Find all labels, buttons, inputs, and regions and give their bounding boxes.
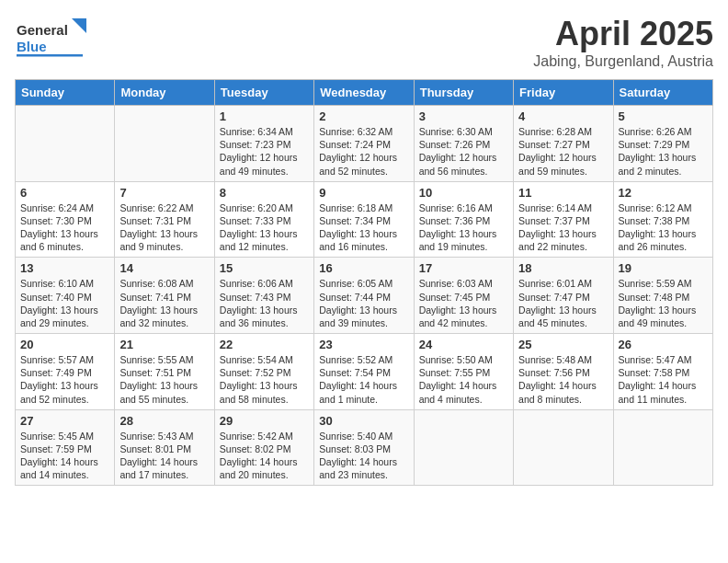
calendar-cell: 18Sunrise: 6:01 AM Sunset: 7:47 PM Dayli… <box>514 258 613 334</box>
calendar-cell: 24Sunrise: 5:50 AM Sunset: 7:55 PM Dayli… <box>414 334 513 410</box>
day-number: 29 <box>220 414 309 428</box>
calendar-cell: 8Sunrise: 6:20 AM Sunset: 7:33 PM Daylig… <box>214 181 313 258</box>
calendar-cell: 6Sunrise: 6:24 AM Sunset: 7:30 PM Daylig… <box>16 181 115 258</box>
calendar-cell: 5Sunrise: 6:26 AM Sunset: 7:29 PM Daylig… <box>613 106 712 182</box>
calendar-cell: 29Sunrise: 5:42 AM Sunset: 8:02 PM Dayli… <box>214 409 313 486</box>
weekday-header: Friday <box>514 80 613 106</box>
day-number: 27 <box>20 414 109 428</box>
day-number: 25 <box>518 338 608 351</box>
calendar-cell: 10Sunrise: 6:16 AM Sunset: 7:36 PM Dayli… <box>414 181 513 258</box>
calendar-cell <box>514 409 613 486</box>
day-number: 20 <box>20 338 109 351</box>
weekday-header: Thursday <box>414 80 513 106</box>
calendar-cell <box>414 409 513 486</box>
day-info: Sunrise: 5:57 AM Sunset: 7:49 PM Dayligh… <box>20 353 109 406</box>
calendar-week-row: 6Sunrise: 6:24 AM Sunset: 7:30 PM Daylig… <box>16 181 713 258</box>
header-row: SundayMondayTuesdayWednesdayThursdayFrid… <box>16 80 713 106</box>
day-info: Sunrise: 6:14 AM Sunset: 7:37 PM Dayligh… <box>518 201 608 254</box>
day-info: Sunrise: 6:06 AM Sunset: 7:43 PM Dayligh… <box>220 277 309 329</box>
calendar-cell: 3Sunrise: 6:30 AM Sunset: 7:26 PM Daylig… <box>414 106 513 182</box>
day-number: 14 <box>119 261 209 275</box>
day-number: 1 <box>220 109 309 123</box>
day-info: Sunrise: 6:01 AM Sunset: 7:47 PM Dayligh… <box>518 277 608 329</box>
day-number: 3 <box>419 109 508 123</box>
calendar-cell: 19Sunrise: 5:59 AM Sunset: 7:48 PM Dayli… <box>613 258 712 334</box>
day-number: 10 <box>419 186 508 200</box>
day-info: Sunrise: 5:52 AM Sunset: 7:54 PM Dayligh… <box>319 353 408 406</box>
day-number: 4 <box>518 109 608 123</box>
day-info: Sunrise: 6:12 AM Sunset: 7:38 PM Dayligh… <box>619 201 708 254</box>
day-number: 28 <box>119 414 209 428</box>
calendar-cell: 28Sunrise: 5:43 AM Sunset: 8:01 PM Dayli… <box>115 409 214 486</box>
calendar-cell: 25Sunrise: 5:48 AM Sunset: 7:56 PM Dayli… <box>514 334 613 410</box>
svg-marker-1 <box>72 18 86 33</box>
svg-text:Blue: Blue <box>17 39 47 54</box>
calendar-cell: 12Sunrise: 6:12 AM Sunset: 7:38 PM Dayli… <box>613 181 712 258</box>
calendar-cell: 11Sunrise: 6:14 AM Sunset: 7:37 PM Dayli… <box>514 181 613 258</box>
day-number: 8 <box>220 186 309 200</box>
day-number: 9 <box>319 186 408 200</box>
calendar-cell <box>613 409 712 486</box>
calendar-week-row: 1Sunrise: 6:34 AM Sunset: 7:23 PM Daylig… <box>16 106 713 182</box>
weekday-header: Tuesday <box>214 80 313 106</box>
day-info: Sunrise: 5:40 AM Sunset: 8:03 PM Dayligh… <box>319 430 408 482</box>
logo: General Blue <box>15 15 88 63</box>
day-number: 16 <box>319 261 408 275</box>
calendar-cell: 21Sunrise: 5:55 AM Sunset: 7:51 PM Dayli… <box>115 334 214 410</box>
day-info: Sunrise: 6:28 AM Sunset: 7:27 PM Dayligh… <box>518 125 608 178</box>
day-info: Sunrise: 6:34 AM Sunset: 7:23 PM Dayligh… <box>220 125 309 178</box>
day-info: Sunrise: 5:42 AM Sunset: 8:02 PM Dayligh… <box>220 430 309 482</box>
day-number: 13 <box>20 261 109 275</box>
day-info: Sunrise: 6:05 AM Sunset: 7:44 PM Dayligh… <box>319 277 408 329</box>
svg-text:General: General <box>17 22 68 38</box>
day-number: 2 <box>319 109 408 123</box>
logo-icon: General Blue <box>15 15 88 59</box>
day-info: Sunrise: 6:24 AM Sunset: 7:30 PM Dayligh… <box>20 201 109 254</box>
day-info: Sunrise: 5:59 AM Sunset: 7:48 PM Dayligh… <box>619 277 708 329</box>
day-number: 15 <box>220 261 309 275</box>
day-number: 30 <box>319 414 408 428</box>
day-number: 6 <box>20 186 109 200</box>
day-number: 26 <box>619 338 708 351</box>
day-info: Sunrise: 6:03 AM Sunset: 7:45 PM Dayligh… <box>419 277 508 329</box>
day-info: Sunrise: 5:50 AM Sunset: 7:55 PM Dayligh… <box>419 353 508 406</box>
calendar-cell: 7Sunrise: 6:22 AM Sunset: 7:31 PM Daylig… <box>115 181 214 258</box>
day-info: Sunrise: 6:16 AM Sunset: 7:36 PM Dayligh… <box>419 201 508 254</box>
weekday-header: Sunday <box>16 80 115 106</box>
day-info: Sunrise: 5:45 AM Sunset: 7:59 PM Dayligh… <box>20 430 109 482</box>
day-number: 7 <box>119 186 209 200</box>
calendar-cell: 2Sunrise: 6:32 AM Sunset: 7:24 PM Daylig… <box>314 106 414 182</box>
calendar-cell <box>16 106 115 182</box>
day-info: Sunrise: 6:10 AM Sunset: 7:40 PM Dayligh… <box>20 277 109 329</box>
calendar-cell: 17Sunrise: 6:03 AM Sunset: 7:45 PM Dayli… <box>414 258 513 334</box>
calendar-title: April 2025 <box>533 15 713 53</box>
calendar-cell: 22Sunrise: 5:54 AM Sunset: 7:52 PM Dayli… <box>214 334 313 410</box>
day-number: 5 <box>619 109 708 123</box>
calendar-cell: 16Sunrise: 6:05 AM Sunset: 7:44 PM Dayli… <box>314 258 414 334</box>
day-info: Sunrise: 6:20 AM Sunset: 7:33 PM Dayligh… <box>220 201 309 254</box>
day-info: Sunrise: 6:26 AM Sunset: 7:29 PM Dayligh… <box>619 125 708 178</box>
page-header: General Blue April 2025 Jabing, Burgenla… <box>15 15 713 70</box>
title-block: April 2025 Jabing, Burgenland, Austria <box>533 15 713 70</box>
calendar-week-row: 20Sunrise: 5:57 AM Sunset: 7:49 PM Dayli… <box>16 334 713 410</box>
calendar-cell: 15Sunrise: 6:06 AM Sunset: 7:43 PM Dayli… <box>214 258 313 334</box>
calendar-cell: 13Sunrise: 6:10 AM Sunset: 7:40 PM Dayli… <box>16 258 115 334</box>
calendar-cell: 9Sunrise: 6:18 AM Sunset: 7:34 PM Daylig… <box>314 181 414 258</box>
day-number: 19 <box>619 261 708 275</box>
day-number: 21 <box>119 338 209 351</box>
day-info: Sunrise: 6:30 AM Sunset: 7:26 PM Dayligh… <box>419 125 508 178</box>
day-info: Sunrise: 5:43 AM Sunset: 8:01 PM Dayligh… <box>119 430 209 482</box>
calendar-cell: 4Sunrise: 6:28 AM Sunset: 7:27 PM Daylig… <box>514 106 613 182</box>
day-info: Sunrise: 6:08 AM Sunset: 7:41 PM Dayligh… <box>119 277 209 329</box>
day-info: Sunrise: 5:54 AM Sunset: 7:52 PM Dayligh… <box>220 353 309 406</box>
weekday-header: Monday <box>115 80 214 106</box>
calendar-cell: 1Sunrise: 6:34 AM Sunset: 7:23 PM Daylig… <box>214 106 313 182</box>
calendar-cell: 30Sunrise: 5:40 AM Sunset: 8:03 PM Dayli… <box>314 409 414 486</box>
calendar-cell: 23Sunrise: 5:52 AM Sunset: 7:54 PM Dayli… <box>314 334 414 410</box>
day-number: 23 <box>319 338 408 351</box>
weekday-header: Saturday <box>613 80 712 106</box>
day-info: Sunrise: 6:22 AM Sunset: 7:31 PM Dayligh… <box>119 201 209 254</box>
day-number: 11 <box>518 186 608 200</box>
day-info: Sunrise: 6:18 AM Sunset: 7:34 PM Dayligh… <box>319 201 408 254</box>
day-number: 22 <box>220 338 309 351</box>
